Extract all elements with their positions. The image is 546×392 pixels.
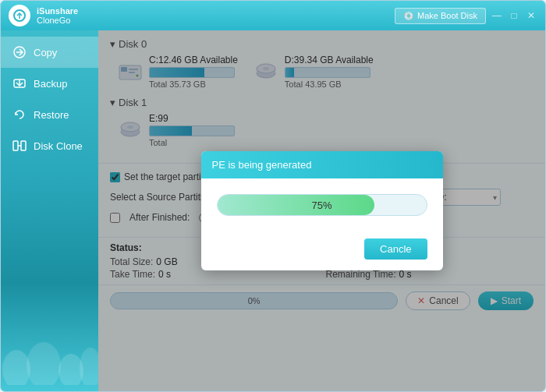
sidebar-backup-label: Backup — [34, 78, 67, 90]
app-logo — [9, 5, 30, 26]
modal-progress-bar: 75% — [217, 194, 427, 216]
make-boot-disk-button[interactable]: 💿 Make Boot Disk — [395, 8, 486, 24]
modal-header: PE is being generated — [201, 151, 443, 178]
modal-progress-fill — [218, 195, 374, 215]
close-button[interactable]: ✕ — [525, 9, 537, 22]
sidebar-copy-label: Copy — [34, 47, 57, 58]
svg-rect-4 — [13, 141, 18, 150]
modal-title: PE is being generated — [212, 159, 312, 171]
svg-point-8 — [27, 342, 61, 385]
minimize-button[interactable]: — — [491, 9, 503, 22]
title-bar-left: iSunshare CloneGo — [9, 5, 78, 26]
copy-icon — [12, 44, 27, 60]
main-layout: Copy Backup — [1, 30, 545, 391]
sidebar-item-backup[interactable]: Backup — [1, 68, 98, 99]
sidebar: Copy Backup — [1, 30, 98, 391]
title-bar-right: 💿 Make Boot Disk — □ ✕ — [395, 8, 537, 24]
sidebar-disk-clone-label: Disk Clone — [34, 140, 83, 152]
sidebar-item-disk-clone[interactable]: Disk Clone — [1, 130, 98, 161]
title-bar: iSunshare CloneGo 💿 Make Boot Disk — □ ✕ — [1, 1, 545, 30]
modal-body: 75% — [201, 178, 443, 238]
app-subtitle-text: CloneGo — [37, 16, 78, 25]
backup-icon — [12, 76, 27, 91]
modal-cancel-label: Cancle — [380, 243, 411, 255]
svg-point-7 — [2, 350, 30, 385]
modal-dialog: PE is being generated 75% Cancle — [201, 151, 443, 270]
modal-footer: Cancle — [201, 238, 443, 270]
app-window: iSunshare CloneGo 💿 Make Boot Disk — □ ✕ — [0, 0, 546, 392]
disk-icon: 💿 — [403, 11, 414, 21]
maximize-button[interactable]: □ — [508, 9, 520, 22]
restore-icon — [12, 107, 27, 122]
disk-clone-icon — [12, 138, 27, 154]
app-name-text: iSunshare — [37, 6, 78, 16]
svg-rect-5 — [21, 141, 26, 150]
svg-point-10 — [80, 348, 98, 385]
sidebar-item-restore[interactable]: Restore — [1, 99, 98, 130]
make-boot-label: Make Boot Disk — [417, 11, 477, 20]
app-title: iSunshare CloneGo — [37, 6, 78, 25]
sidebar-restore-label: Restore — [34, 109, 69, 121]
modal-progress-label: 75% — [311, 200, 332, 211]
sidebar-bottom — [1, 161, 98, 385]
content-area: ▾ Disk 0 — [98, 30, 545, 391]
modal-overlay: PE is being generated 75% Cancle — [98, 30, 545, 391]
modal-cancel-button[interactable]: Cancle — [364, 238, 427, 260]
sidebar-item-copy[interactable]: Copy — [1, 37, 98, 68]
